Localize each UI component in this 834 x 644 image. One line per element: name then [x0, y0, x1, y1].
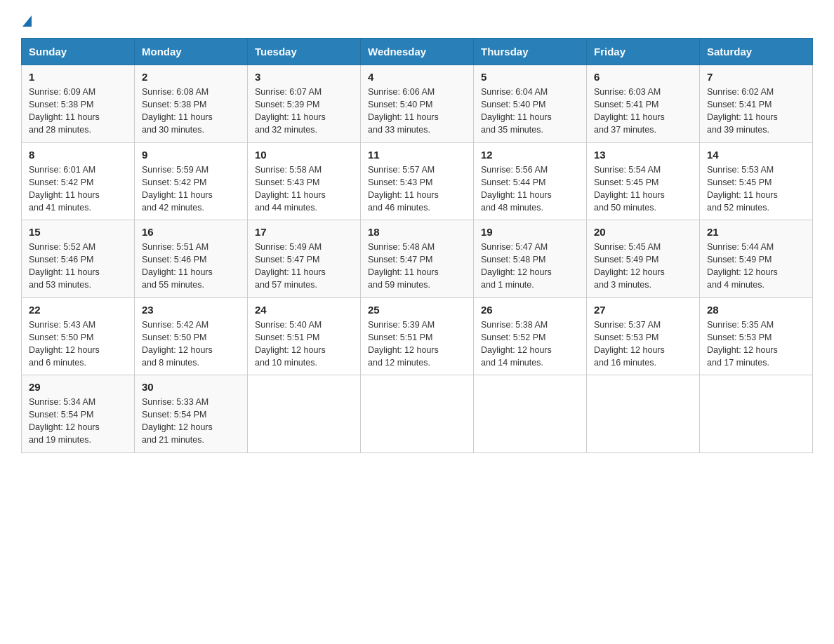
day-number: 22 — [29, 304, 127, 316]
day-number: 21 — [707, 226, 805, 238]
day-number: 16 — [142, 226, 240, 238]
calendar-week-row: 1 Sunrise: 6:09 AMSunset: 5:38 PMDayligh… — [22, 65, 813, 143]
day-number: 9 — [142, 149, 240, 161]
day-info: Sunrise: 5:39 AMSunset: 5:51 PMDaylight:… — [368, 318, 466, 370]
weekday-header-sunday: Sunday — [22, 39, 135, 65]
day-info: Sunrise: 5:52 AMSunset: 5:46 PMDaylight:… — [29, 241, 127, 292]
weekday-header-friday: Friday — [587, 39, 700, 65]
day-number: 14 — [707, 149, 805, 161]
day-info: Sunrise: 5:35 AMSunset: 5:53 PMDaylight:… — [707, 318, 805, 370]
day-number: 6 — [594, 71, 692, 83]
calendar-week-row: 15 Sunrise: 5:52 AMSunset: 5:46 PMDaylig… — [22, 220, 813, 298]
day-number: 5 — [481, 71, 579, 83]
calendar-cell: 4 Sunrise: 6:06 AMSunset: 5:40 PMDayligh… — [361, 65, 474, 143]
day-number: 25 — [368, 304, 466, 316]
day-info: Sunrise: 5:51 AMSunset: 5:46 PMDaylight:… — [142, 241, 240, 292]
day-number: 4 — [368, 71, 466, 83]
day-info: Sunrise: 5:38 AMSunset: 5:52 PMDaylight:… — [481, 318, 579, 370]
day-number: 15 — [29, 226, 127, 238]
day-number: 8 — [29, 149, 127, 161]
day-info: Sunrise: 5:58 AMSunset: 5:43 PMDaylight:… — [255, 163, 353, 215]
day-number: 30 — [142, 381, 240, 393]
day-info: Sunrise: 6:01 AMSunset: 5:42 PMDaylight:… — [29, 163, 127, 215]
calendar-week-row: 22 Sunrise: 5:43 AMSunset: 5:50 PMDaylig… — [22, 297, 813, 375]
day-info: Sunrise: 5:34 AMSunset: 5:54 PMDaylight:… — [29, 396, 127, 447]
day-info: Sunrise: 6:07 AMSunset: 5:39 PMDaylight:… — [255, 86, 353, 137]
day-number: 1 — [29, 71, 127, 83]
day-info: Sunrise: 5:49 AMSunset: 5:47 PMDaylight:… — [255, 241, 353, 292]
calendar-cell: 17 Sunrise: 5:49 AMSunset: 5:47 PMDaylig… — [248, 220, 361, 298]
day-info: Sunrise: 6:08 AMSunset: 5:38 PMDaylight:… — [142, 86, 240, 137]
calendar-cell — [587, 375, 700, 453]
day-number: 20 — [594, 226, 692, 238]
calendar-cell: 12 Sunrise: 5:56 AMSunset: 5:44 PMDaylig… — [474, 142, 587, 220]
calendar-cell: 23 Sunrise: 5:42 AMSunset: 5:50 PMDaylig… — [135, 297, 248, 375]
calendar-cell: 21 Sunrise: 5:44 AMSunset: 5:49 PMDaylig… — [700, 220, 813, 298]
day-info: Sunrise: 5:37 AMSunset: 5:53 PMDaylight:… — [594, 318, 692, 370]
day-number: 13 — [594, 149, 692, 161]
day-info: Sunrise: 5:40 AMSunset: 5:51 PMDaylight:… — [255, 318, 353, 370]
calendar-cell: 27 Sunrise: 5:37 AMSunset: 5:53 PMDaylig… — [587, 297, 700, 375]
day-number: 2 — [142, 71, 240, 83]
day-info: Sunrise: 6:02 AMSunset: 5:41 PMDaylight:… — [707, 86, 805, 137]
weekday-header-tuesday: Tuesday — [248, 39, 361, 65]
calendar-cell: 9 Sunrise: 5:59 AMSunset: 5:42 PMDayligh… — [135, 142, 248, 220]
calendar-week-row: 8 Sunrise: 6:01 AMSunset: 5:42 PMDayligh… — [22, 142, 813, 220]
calendar-cell: 14 Sunrise: 5:53 AMSunset: 5:45 PMDaylig… — [700, 142, 813, 220]
calendar-cell: 29 Sunrise: 5:34 AMSunset: 5:54 PMDaylig… — [22, 375, 135, 453]
calendar-cell: 18 Sunrise: 5:48 AMSunset: 5:47 PMDaylig… — [361, 220, 474, 298]
calendar-cell: 25 Sunrise: 5:39 AMSunset: 5:51 PMDaylig… — [361, 297, 474, 375]
calendar-cell: 2 Sunrise: 6:08 AMSunset: 5:38 PMDayligh… — [135, 65, 248, 143]
day-info: Sunrise: 5:47 AMSunset: 5:48 PMDaylight:… — [481, 241, 579, 292]
calendar-cell — [474, 375, 587, 453]
calendar-cell: 7 Sunrise: 6:02 AMSunset: 5:41 PMDayligh… — [700, 65, 813, 143]
calendar-cell: 15 Sunrise: 5:52 AMSunset: 5:46 PMDaylig… — [22, 220, 135, 298]
calendar-cell: 24 Sunrise: 5:40 AMSunset: 5:51 PMDaylig… — [248, 297, 361, 375]
day-info: Sunrise: 5:45 AMSunset: 5:49 PMDaylight:… — [594, 241, 692, 292]
day-number: 19 — [481, 226, 579, 238]
calendar-cell: 19 Sunrise: 5:47 AMSunset: 5:48 PMDaylig… — [474, 220, 587, 298]
day-number: 10 — [255, 149, 353, 161]
calendar-cell: 1 Sunrise: 6:09 AMSunset: 5:38 PMDayligh… — [22, 65, 135, 143]
calendar-cell: 30 Sunrise: 5:33 AMSunset: 5:54 PMDaylig… — [135, 375, 248, 453]
day-number: 11 — [368, 149, 466, 161]
day-info: Sunrise: 6:03 AMSunset: 5:41 PMDaylight:… — [594, 86, 692, 137]
day-number: 23 — [142, 304, 240, 316]
weekday-header-thursday: Thursday — [474, 39, 587, 65]
day-info: Sunrise: 5:43 AMSunset: 5:50 PMDaylight:… — [29, 318, 127, 370]
day-info: Sunrise: 5:44 AMSunset: 5:49 PMDaylight:… — [707, 241, 805, 292]
calendar-cell — [248, 375, 361, 453]
calendar-cell: 8 Sunrise: 6:01 AMSunset: 5:42 PMDayligh… — [22, 142, 135, 220]
day-number: 17 — [255, 226, 353, 238]
day-number: 28 — [707, 304, 805, 316]
day-number: 7 — [707, 71, 805, 83]
calendar-cell: 16 Sunrise: 5:51 AMSunset: 5:46 PMDaylig… — [135, 220, 248, 298]
weekday-header-monday: Monday — [135, 39, 248, 65]
day-number: 27 — [594, 304, 692, 316]
calendar-cell: 11 Sunrise: 5:57 AMSunset: 5:43 PMDaylig… — [361, 142, 474, 220]
calendar-cell: 5 Sunrise: 6:04 AMSunset: 5:40 PMDayligh… — [474, 65, 587, 143]
page-header — [21, 14, 813, 27]
calendar-cell: 13 Sunrise: 5:54 AMSunset: 5:45 PMDaylig… — [587, 142, 700, 220]
calendar-cell: 3 Sunrise: 6:07 AMSunset: 5:39 PMDayligh… — [248, 65, 361, 143]
weekday-header-wednesday: Wednesday — [361, 39, 474, 65]
day-number: 18 — [368, 226, 466, 238]
day-info: Sunrise: 5:54 AMSunset: 5:45 PMDaylight:… — [594, 163, 692, 215]
calendar-week-row: 29 Sunrise: 5:34 AMSunset: 5:54 PMDaylig… — [22, 375, 813, 453]
day-number: 12 — [481, 149, 579, 161]
day-info: Sunrise: 5:57 AMSunset: 5:43 PMDaylight:… — [368, 163, 466, 215]
calendar-cell — [700, 375, 813, 453]
day-info: Sunrise: 5:48 AMSunset: 5:47 PMDaylight:… — [368, 241, 466, 292]
day-info: Sunrise: 6:06 AMSunset: 5:40 PMDaylight:… — [368, 86, 466, 137]
calendar-cell: 10 Sunrise: 5:58 AMSunset: 5:43 PMDaylig… — [248, 142, 361, 220]
calendar-cell: 28 Sunrise: 5:35 AMSunset: 5:53 PMDaylig… — [700, 297, 813, 375]
day-number: 24 — [255, 304, 353, 316]
day-info: Sunrise: 5:59 AMSunset: 5:42 PMDaylight:… — [142, 163, 240, 215]
calendar-table: SundayMondayTuesdayWednesdayThursdayFrid… — [21, 38, 813, 453]
day-info: Sunrise: 5:42 AMSunset: 5:50 PMDaylight:… — [142, 318, 240, 370]
calendar-cell: 22 Sunrise: 5:43 AMSunset: 5:50 PMDaylig… — [22, 297, 135, 375]
day-info: Sunrise: 5:33 AMSunset: 5:54 PMDaylight:… — [142, 396, 240, 447]
weekday-header-saturday: Saturday — [700, 39, 813, 65]
calendar-cell — [361, 375, 474, 453]
day-info: Sunrise: 5:53 AMSunset: 5:45 PMDaylight:… — [707, 163, 805, 215]
